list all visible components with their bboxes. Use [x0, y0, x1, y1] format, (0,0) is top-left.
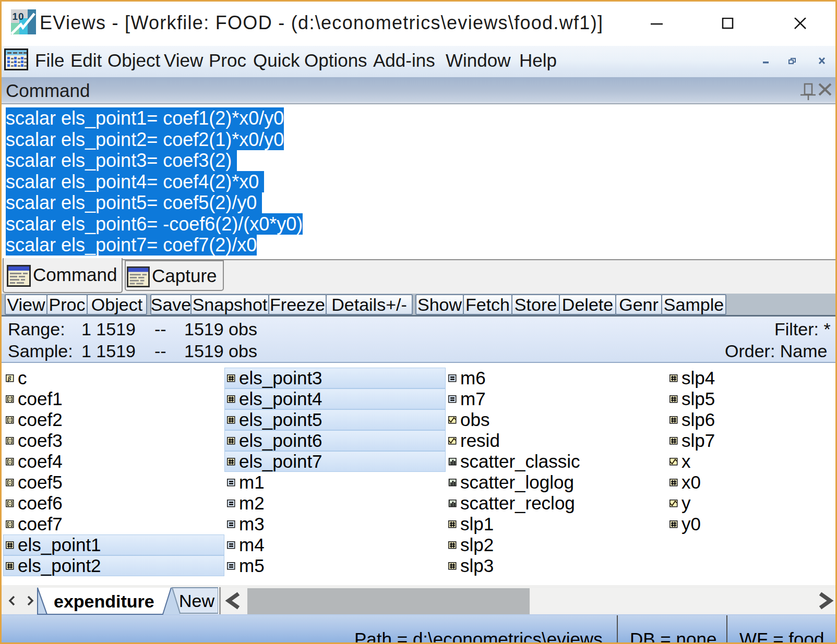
svg-text:10: 10	[13, 11, 25, 22]
svg-text:β: β	[7, 375, 11, 382]
svg-text:New: New	[179, 591, 214, 611]
svg-text:expenditure: expenditure	[54, 591, 154, 611]
